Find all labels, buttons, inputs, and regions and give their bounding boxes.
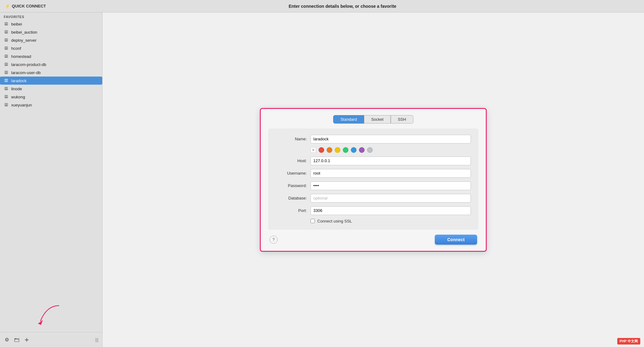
sidebar-resize-handle[interactable]: ||| [94, 337, 100, 342]
host-input[interactable] [310, 157, 471, 165]
form-area: Name: ✕ Host: Username: Pa [268, 129, 478, 230]
host-label: Host: [276, 158, 307, 163]
database-label: Database: [276, 196, 307, 200]
password-label: Password: [276, 183, 307, 188]
db-icon [4, 94, 9, 99]
sidebar-item-wukong[interactable]: wukong [0, 93, 102, 101]
sidebar-item-label: wukong [11, 95, 25, 99]
sidebar-item-beibei_auction[interactable]: beibei_auction [0, 28, 102, 36]
svg-point-5 [5, 32, 8, 34]
port-label: Port: [276, 208, 307, 213]
sidebar-item-beibei[interactable]: beibei [0, 20, 102, 28]
svg-point-2 [5, 24, 8, 26]
header-instruction: Enter connection details below, or choos… [46, 4, 639, 9]
sidebar-item-laracom-product-db[interactable]: laracom-product-db [0, 60, 102, 68]
sidebar-item-homestead[interactable]: homestead [0, 52, 102, 60]
color-dot-3[interactable] [343, 147, 348, 153]
favorites-label: FAVORITES [0, 12, 102, 20]
database-row: Database: [276, 194, 471, 203]
svg-point-8 [5, 40, 8, 42]
svg-point-20 [5, 73, 8, 74]
database-input[interactable] [310, 194, 471, 203]
db-icon [4, 70, 9, 75]
svg-point-17 [5, 65, 8, 66]
sidebar-item-hconf[interactable]: hconf [0, 44, 102, 52]
php-watermark: PHP 中文网 [617, 338, 640, 345]
color-dot-4[interactable] [351, 147, 356, 153]
sidebar-item-label: deploy_server [11, 38, 37, 43]
color-dot-1[interactable] [327, 147, 332, 153]
name-label: Name: [276, 137, 307, 141]
username-label: Username: [276, 171, 307, 176]
port-row: Port: [276, 206, 471, 215]
content-area: StandardSocketSSH Name: ✕ Host: [103, 12, 644, 347]
ssl-checkbox[interactable] [310, 219, 315, 223]
svg-point-14 [5, 57, 8, 58]
sidebar: FAVORITES beibei beibei_auction [0, 12, 103, 347]
add-button[interactable] [22, 335, 31, 344]
settings-button[interactable]: ⚙ [2, 335, 11, 344]
db-icon [4, 86, 9, 91]
color-row: ✕ [276, 147, 471, 153]
color-dot-6[interactable] [367, 147, 373, 153]
svg-point-26 [5, 89, 8, 90]
db-icon [4, 54, 9, 59]
color-clear-button[interactable]: ✕ [310, 147, 316, 153]
name-row: Name: [276, 135, 471, 143]
username-input[interactable] [310, 169, 471, 178]
help-button[interactable]: ? [269, 236, 278, 244]
sidebar-item-deploy_server[interactable]: deploy_server [0, 36, 102, 44]
svg-point-11 [5, 49, 8, 50]
db-icon [4, 46, 9, 51]
connection-panel: StandardSocketSSH Name: ✕ Host: [260, 108, 487, 252]
color-dot-0[interactable] [319, 147, 324, 153]
sidebar-item-xueyuanjun[interactable]: xueyuanjun [0, 101, 102, 109]
sidebar-item-label: laradock [11, 78, 26, 83]
tabs: StandardSocketSSH [268, 115, 478, 124]
db-icon [4, 21, 9, 26]
sidebar-item-label: beibei [11, 22, 22, 26]
tab-standard[interactable]: Standard [333, 115, 364, 124]
sidebar-item-label: linode [11, 87, 22, 91]
svg-point-23 [5, 81, 8, 82]
connect-button[interactable]: Connect [435, 235, 477, 245]
password-row: Password: [276, 181, 471, 190]
color-dot-2[interactable] [335, 147, 340, 153]
host-row: Host: [276, 157, 471, 165]
color-dot-5[interactable] [359, 147, 365, 153]
db-icon [4, 102, 9, 107]
username-row: Username: [276, 169, 471, 178]
ssl-row: Connect using SSL [276, 219, 471, 223]
arrow-hint [28, 302, 65, 328]
sidebar-item-label: homestead [11, 54, 31, 59]
sidebar-item-label: hconf [11, 46, 21, 51]
svg-point-29 [5, 97, 8, 98]
sidebar-item-label: beibei_auction [11, 30, 37, 35]
sidebar-item-label: laracom-product-db [11, 62, 46, 67]
sidebar-footer: ⚙ ||| [0, 332, 102, 347]
sidebar-item-laracom-user-db[interactable]: laracom-user-db [0, 68, 102, 77]
tab-socket[interactable]: Socket [364, 115, 391, 124]
sidebar-item-laradock[interactable]: laradock [0, 77, 102, 85]
folder-button[interactable] [12, 335, 21, 344]
password-input[interactable] [310, 181, 471, 190]
ssl-label[interactable]: Connect using SSL [317, 219, 352, 223]
main-layout: FAVORITES beibei beibei_auction [0, 12, 644, 347]
sidebar-item-label: xueyuanjun [11, 103, 32, 107]
sidebar-items: beibei beibei_auction deploy_server [0, 20, 102, 332]
name-input[interactable] [310, 135, 471, 143]
sidebar-item-label: laracom-user-db [11, 70, 41, 75]
tab-ssh[interactable]: SSH [391, 115, 413, 124]
svg-point-32 [5, 105, 8, 106]
lightning-icon: ⚡ [5, 4, 10, 8]
top-bar: ⚡ QUICK CONNECT Enter connection details… [0, 0, 644, 12]
db-icon [4, 38, 9, 43]
panel-footer: ? Connect [268, 235, 478, 245]
sidebar-item-linode[interactable]: linode [0, 85, 102, 93]
quick-connect-title: ⚡ QUICK CONNECT [5, 4, 46, 8]
port-input[interactable] [310, 206, 471, 215]
db-icon [4, 62, 9, 67]
db-icon [4, 78, 9, 83]
db-icon [4, 30, 9, 35]
